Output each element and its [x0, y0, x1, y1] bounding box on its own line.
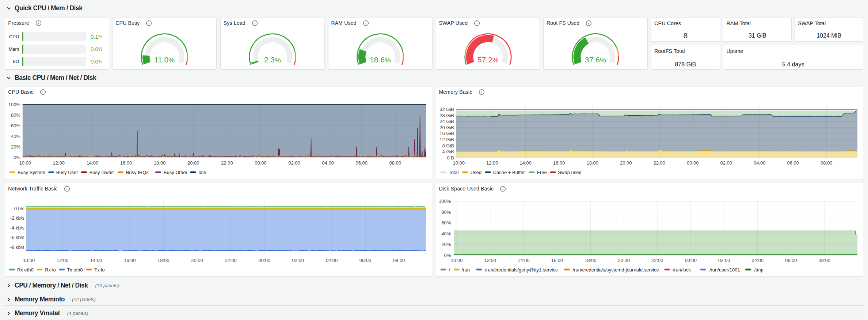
svg-text:18:00: 18:00	[154, 160, 165, 166]
svg-text:10:00: 10:00	[23, 258, 35, 263]
svg-text:22:00: 22:00	[653, 160, 665, 166]
svg-text:37.6%: 37.6%	[585, 55, 606, 64]
svg-text:02:00: 02:00	[292, 258, 304, 263]
svg-text:40%: 40%	[441, 231, 451, 236]
svg-text:20%: 20%	[441, 242, 451, 247]
svg-text:14:00: 14:00	[518, 258, 530, 263]
svg-text:/run/credentials/systemd-journ: /run/credentials/systemd-journald.servic…	[572, 267, 659, 273]
svg-text:16:00: 16:00	[553, 160, 565, 166]
svg-text:80%: 80%	[11, 112, 20, 118]
svg-text:20:00: 20:00	[191, 258, 203, 263]
svg-text:11.0%: 11.0%	[154, 55, 175, 64]
svg-text:20 GiB: 20 GiB	[439, 125, 454, 130]
svg-text:8 GiB: 8 GiB	[442, 143, 454, 149]
svg-text:12:00: 12:00	[484, 258, 496, 263]
svg-text:Idle: Idle	[198, 170, 206, 175]
svg-text:0 B: 0 B	[447, 155, 454, 161]
svg-text:Swap used: Swap used	[558, 170, 581, 175]
svg-text:18.6%: 18.6%	[370, 55, 391, 64]
svg-text:-2 kb/s: -2 kb/s	[10, 215, 24, 221]
svg-text:10:00: 10:00	[19, 160, 31, 166]
svg-text:Busy IRQs: Busy IRQs	[126, 170, 149, 175]
svg-text:-4 kb/s: -4 kb/s	[10, 225, 24, 231]
svg-text:Total: Total	[448, 170, 458, 175]
svg-text:/run/lock: /run/lock	[673, 267, 691, 273]
svg-text:32 GiB: 32 GiB	[439, 107, 454, 112]
svg-text:20:00: 20:00	[620, 160, 632, 166]
svg-text:Busy Other: Busy Other	[164, 170, 188, 175]
svg-text:80%: 80%	[441, 209, 451, 215]
svg-text:Tx lo: Tx lo	[95, 267, 105, 273]
svg-text:16:00: 16:00	[120, 160, 132, 166]
svg-text:2.3%: 2.3%	[264, 55, 281, 64]
svg-text:14:00: 14:00	[90, 258, 102, 263]
svg-text:0%: 0%	[444, 252, 451, 258]
svg-text:10:00: 10:00	[453, 160, 465, 166]
svg-text:28 GiB: 28 GiB	[439, 113, 454, 118]
svg-text:10:00: 10:00	[451, 258, 463, 263]
svg-text:12:00: 12:00	[486, 160, 498, 166]
svg-text:20:00: 20:00	[187, 160, 199, 166]
svg-text:02:00: 02:00	[718, 258, 730, 263]
svg-text:Busy System: Busy System	[18, 170, 45, 175]
svg-text:/run: /run	[461, 267, 469, 273]
svg-text:02:00: 02:00	[720, 160, 732, 166]
svg-text:16:00: 16:00	[124, 258, 136, 263]
svg-text:04:00: 04:00	[326, 258, 338, 263]
svg-text:06:00: 06:00	[359, 258, 372, 263]
svg-text:06:00: 06:00	[356, 160, 368, 166]
svg-text:57.2%: 57.2%	[477, 55, 499, 64]
svg-text:100%: 100%	[8, 102, 21, 107]
svg-text:4 GiB: 4 GiB	[442, 149, 454, 154]
svg-text:12:00: 12:00	[53, 160, 65, 166]
svg-text:08:00: 08:00	[818, 258, 830, 263]
svg-text:08:00: 08:00	[389, 160, 401, 166]
svg-text:06:00: 06:00	[785, 258, 797, 263]
svg-text:00:00: 00:00	[687, 160, 699, 166]
svg-text:/run/user/1001: /run/user/1001	[709, 267, 740, 273]
svg-text:20:00: 20:00	[618, 258, 630, 263]
svg-text:04:00: 04:00	[751, 258, 764, 263]
svg-text:Used: Used	[470, 170, 481, 175]
svg-text:0%: 0%	[14, 155, 21, 160]
svg-text:00:00: 00:00	[259, 258, 271, 263]
svg-text:60%: 60%	[11, 123, 20, 128]
svg-text:Cache + Buffer: Cache + Buffer	[493, 170, 525, 175]
svg-text:14:00: 14:00	[519, 160, 532, 166]
svg-text:-6 kb/s: -6 kb/s	[10, 235, 24, 240]
svg-text:08:00: 08:00	[821, 160, 833, 166]
svg-text:00:00: 00:00	[255, 160, 267, 166]
svg-text:40%: 40%	[11, 134, 20, 139]
svg-text:22:00: 22:00	[225, 258, 237, 263]
svg-text:20%: 20%	[11, 144, 20, 150]
svg-text:16:00: 16:00	[551, 258, 563, 263]
svg-text:12:00: 12:00	[57, 258, 69, 263]
svg-text:-8 kb/s: -8 kb/s	[10, 244, 24, 250]
svg-text:/tmp: /tmp	[754, 267, 763, 273]
svg-text:00:00: 00:00	[685, 258, 697, 263]
svg-text:Busy Iowait: Busy Iowait	[90, 170, 114, 175]
svg-text:Rx lo: Rx lo	[45, 267, 56, 273]
svg-text:04:00: 04:00	[754, 160, 766, 166]
svg-text:/run/credentials/getty@tty1.se: /run/credentials/getty@tty1.service	[485, 267, 558, 273]
svg-text:22:00: 22:00	[221, 160, 233, 166]
svg-text:0 b/s: 0 b/s	[14, 206, 25, 211]
svg-text:60%: 60%	[441, 220, 451, 225]
svg-text:18:00: 18:00	[585, 258, 597, 263]
svg-text:12 GiB: 12 GiB	[439, 137, 454, 142]
svg-text:22:00: 22:00	[651, 258, 663, 263]
svg-text:02:00: 02:00	[289, 160, 301, 166]
svg-text:06:00: 06:00	[787, 160, 799, 166]
svg-text:18:00: 18:00	[157, 258, 170, 263]
svg-text:14:00: 14:00	[87, 160, 99, 166]
svg-text:/: /	[449, 267, 450, 273]
svg-text:08:00: 08:00	[393, 258, 405, 263]
svg-text:16 GiB: 16 GiB	[439, 131, 454, 136]
svg-text:Busy User: Busy User	[56, 170, 79, 175]
svg-text:100%: 100%	[439, 198, 451, 204]
svg-text:24 GiB: 24 GiB	[439, 119, 454, 124]
svg-text:18:00: 18:00	[586, 160, 598, 166]
svg-text:Tx eth0: Tx eth0	[67, 267, 83, 273]
svg-text:Free: Free	[537, 170, 547, 175]
svg-text:Rx eth0: Rx eth0	[17, 267, 34, 273]
